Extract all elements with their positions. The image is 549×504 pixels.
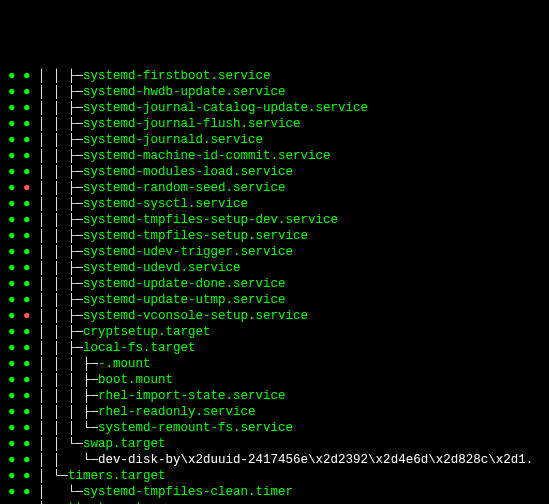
tree-branch: │ │ ├─ xyxy=(38,293,83,307)
status-dot-green: ● xyxy=(23,197,31,211)
unit-name: systemd-machine-id-commit.service xyxy=(83,149,331,163)
tree-branch: │ │ ├─ xyxy=(38,325,83,339)
tree-branch: │ │ │ ├─ xyxy=(38,389,98,403)
unit-name: systemd-vconsole-setup.service xyxy=(83,309,308,323)
tree-line: ● ● │ │ ├─systemd-modules-load.service xyxy=(8,164,549,180)
tree-line: ● ● │ │ ├─systemd-random-seed.service xyxy=(8,180,549,196)
status-dot-green: ● xyxy=(23,469,31,483)
unit-name: systemd-udev-trigger.service xyxy=(83,245,293,259)
tree-branch: │ │ ├─ xyxy=(38,213,83,227)
unit-name: local-fs.target xyxy=(83,341,196,355)
status-dot-green: ● xyxy=(8,325,16,339)
tree-line: ● ● │ │ ├─systemd-hwdb-update.service xyxy=(8,84,549,100)
status-dot-green: ● xyxy=(23,373,31,387)
status-dot-green: ● xyxy=(23,437,31,451)
unit-name: systemd-firstboot.service xyxy=(83,69,271,83)
tree-branch: │ └─ xyxy=(38,485,83,499)
status-dot-green: ● xyxy=(23,421,31,435)
tree-branch: │ │ ├─ xyxy=(38,197,83,211)
status-dot-green: ● xyxy=(23,261,31,275)
tree-branch: │ │ │ ├─ xyxy=(38,405,98,419)
unit-name: -.mount xyxy=(98,357,151,371)
tree-line: ● ● │ │ ├─cryptsetup.target xyxy=(8,324,549,340)
status-dot-green: ● xyxy=(8,69,16,83)
status-dot-green: ● xyxy=(8,165,16,179)
status-dot-green: ● xyxy=(8,101,16,115)
status-dot-green: ● xyxy=(23,325,31,339)
tree-branch: │ └─ xyxy=(38,469,68,483)
status-dot-green: ● xyxy=(23,165,31,179)
status-dot-green: ● xyxy=(23,69,31,83)
unit-name: systemd-hwdb-update.service xyxy=(83,85,286,99)
tree-line: ● ● │ │ ├─systemd-journal-flush.service xyxy=(8,116,549,132)
unit-name: systemd-tmpfiles-clean.timer xyxy=(83,485,293,499)
terminal-output: ● ● │ │ ├─systemd-firstboot.service● ● │… xyxy=(8,68,549,504)
tree-branch: │ │ ├─ xyxy=(38,261,83,275)
status-dot-green: ● xyxy=(23,213,31,227)
tree-line: ● ● │ │ ├─systemd-udevd.service xyxy=(8,260,549,276)
unit-name: systemd-tmpfiles-setup.service xyxy=(83,229,308,243)
unit-name: systemd-journald.service xyxy=(83,133,263,147)
tree-branch: │ │ ├─ xyxy=(38,341,83,355)
status-dot-green: ● xyxy=(8,277,16,291)
status-dot-green: ● xyxy=(8,133,16,147)
unit-name: boot.mount xyxy=(98,373,173,387)
status-dot-green: ● xyxy=(23,229,31,243)
status-dot-green: ● xyxy=(8,469,16,483)
tree-branch: │ │ └─ xyxy=(38,437,83,451)
unit-name: systemd-tmpfiles-setup-dev.service xyxy=(83,213,338,227)
tree-branch: │ │ │ ├─ xyxy=(38,373,98,387)
status-dot-green: ● xyxy=(8,181,16,195)
unit-name: timers.target xyxy=(68,469,166,483)
tree-line: ● ● │ │ ├─systemd-udev-trigger.service xyxy=(8,244,549,260)
tree-line: ● ● │ │ ├─local-fs.target xyxy=(8,340,549,356)
tree-branch: │ │ ├─ xyxy=(38,245,83,259)
unit-name: rhel-import-state.service xyxy=(98,389,286,403)
status-dot-green: ● xyxy=(8,373,16,387)
tree-branch: │ │ ├─ xyxy=(38,229,83,243)
tree-line: ● ● │ │ │ ├─rhel-readonly.service xyxy=(8,404,549,420)
status-dot-green: ● xyxy=(8,421,16,435)
status-dot-green: ● xyxy=(8,293,16,307)
tree-branch: │ │ ├─ xyxy=(38,101,83,115)
status-dot-green: ● xyxy=(8,229,16,243)
tree-branch: │ │ ├─ xyxy=(38,181,83,195)
status-dot-red: ● xyxy=(23,309,31,323)
status-dot-green: ● xyxy=(8,85,16,99)
status-dot-red: ● xyxy=(23,181,31,195)
status-dot-green: ● xyxy=(8,357,16,371)
status-dot-green: ● xyxy=(23,453,31,467)
tree-branch: │ │ └─ xyxy=(38,453,98,467)
status-dot-green: ● xyxy=(8,117,16,131)
tree-branch: │ │ ├─ xyxy=(38,165,83,179)
status-dot-green: ● xyxy=(8,405,16,419)
unit-name: dev-disk-by\x2duuid-2417456e\x2d2392\x2d… xyxy=(98,453,533,467)
tree-line: ● ● │ └─systemd-tmpfiles-clean.timer xyxy=(8,484,549,500)
status-dot-green: ● xyxy=(8,197,16,211)
tree-line: ● ● │ │ │ ├─boot.mount xyxy=(8,372,549,388)
tree-branch: │ │ ├─ xyxy=(38,133,83,147)
status-dot-green: ● xyxy=(8,485,16,499)
status-dot-green: ● xyxy=(23,101,31,115)
tree-line: ● ● │ │ ├─systemd-tmpfiles-setup.service xyxy=(8,228,549,244)
status-dot-green: ● xyxy=(8,437,16,451)
tree-line: ● ● │ └─timers.target xyxy=(8,468,549,484)
unit-name: systemd-random-seed.service xyxy=(83,181,286,195)
tree-line: ● ● │ │ ├─systemd-journal-catalog-update… xyxy=(8,100,549,116)
status-dot-green: ● xyxy=(23,245,31,259)
tree-line: ● ● │ │ ├─systemd-machine-id-commit.serv… xyxy=(8,148,549,164)
tree-branch: │ │ ├─ xyxy=(38,85,83,99)
status-dot-green: ● xyxy=(23,389,31,403)
status-dot-green: ● xyxy=(8,309,16,323)
tree-line: ● ● │ │ ├─systemd-update-utmp.service xyxy=(8,292,549,308)
unit-name: systemd-journal-catalog-update.service xyxy=(83,101,368,115)
tree-line: ● ● │ │ ├─systemd-sysctl.service xyxy=(8,196,549,212)
unit-name: systemd-update-utmp.service xyxy=(83,293,286,307)
unit-name: rhel-readonly.service xyxy=(98,405,256,419)
tree-line: ● ● │ │ └─dev-disk-by\x2duuid-2417456e\x… xyxy=(8,452,549,468)
unit-name: systemd-remount-fs.service xyxy=(98,421,293,435)
tree-line: ● ● │ │ ├─systemd-vconsole-setup.service xyxy=(8,308,549,324)
status-dot-green: ● xyxy=(8,453,16,467)
tree-line: ● ● │ │ ├─systemd-firstboot.service xyxy=(8,68,549,84)
unit-name: systemd-sysctl.service xyxy=(83,197,248,211)
